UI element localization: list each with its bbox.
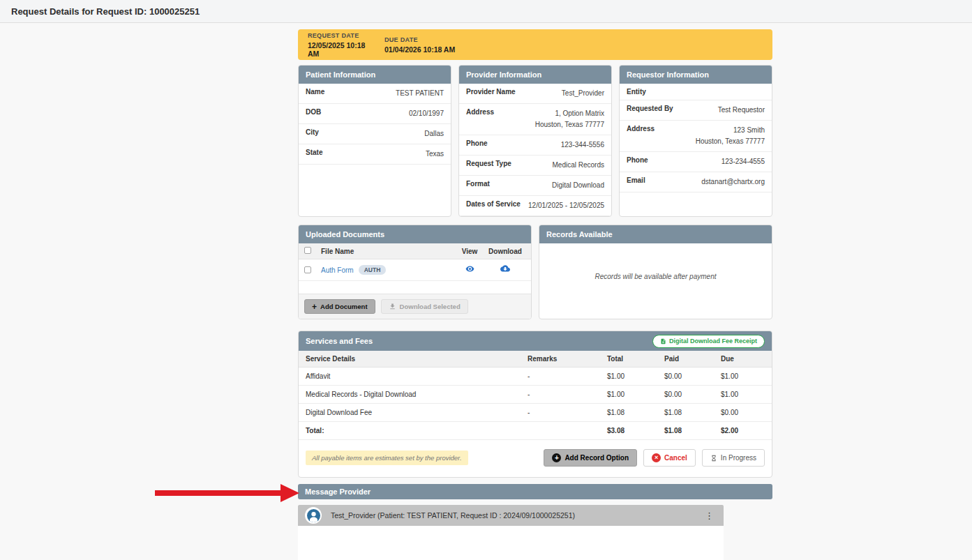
services-and-fees-header: Services and Fees Digital Download Fee R…: [299, 331, 772, 351]
documents-table-header: File Name View Download: [299, 243, 531, 259]
grand-total: $3.08: [607, 427, 664, 434]
grand-due: $2.00: [721, 427, 765, 434]
services-and-fees-card: Services and Fees Digital Download Fee R…: [298, 331, 772, 478]
requestor-row-phone: Phone 123-234-4555: [620, 152, 772, 172]
patient-information-header: Patient Information: [299, 66, 451, 84]
view-document-button[interactable]: [454, 264, 485, 276]
field-label: Address: [627, 125, 655, 147]
service-total: $1.00: [607, 372, 664, 380]
download-document-button[interactable]: [485, 264, 525, 276]
field-label: Address: [466, 108, 494, 130]
red-arrow-shaft: [155, 490, 281, 496]
auth-badge: AUTH: [359, 265, 387, 275]
provider-row-phone: Phone 123-344-5556: [459, 135, 611, 156]
provider-information-header: Provider Information: [459, 66, 611, 84]
provider-row-name: Provider Name Test_Provider: [459, 84, 611, 104]
add-document-button[interactable]: + Add Document: [304, 299, 375, 314]
download-selected-button[interactable]: Download Selected: [381, 299, 468, 314]
message-provider-header: Message Provider: [298, 484, 772, 499]
grand-paid: $1.08: [664, 427, 721, 434]
row-checkbox[interactable]: [304, 264, 321, 276]
service-remarks: -: [528, 391, 607, 398]
requestor-information-header: Requestor Information: [620, 66, 772, 84]
services-total-row: Total: $3.08 $1.08 $2.00: [299, 422, 772, 440]
service-total: $1.00: [607, 391, 664, 398]
checkbox-icon[interactable]: [304, 247, 311, 254]
plus-circle-icon: +: [552, 453, 561, 462]
in-progress-label: In Progress: [721, 454, 756, 462]
field-value: TEST PATIENT: [396, 88, 444, 99]
cancel-label: Cancel: [664, 454, 687, 462]
field-value: Dallas: [424, 128, 444, 139]
in-progress-button[interactable]: In Progress: [702, 449, 765, 467]
service-name: Digital Download Fee: [306, 409, 528, 416]
service-due: $0.00: [721, 409, 765, 416]
file-link[interactable]: Auth Form: [321, 266, 354, 274]
field-label: Name: [306, 88, 324, 99]
empty-row: [299, 281, 531, 294]
person-icon: [307, 509, 320, 522]
due-date-value: 01/04/2026 10:18 AM: [384, 45, 455, 54]
file-name-column-header: File Name: [321, 248, 454, 255]
checkbox-icon[interactable]: [304, 266, 311, 273]
field-value: 123 SmithHouston, Texas 77777: [696, 125, 765, 147]
service-row: Digital Download Fee - $1.08 $1.08 $0.00: [299, 404, 772, 422]
records-available-header: Records Available: [539, 225, 772, 243]
requestor-row-entity: Entity: [620, 84, 772, 100]
uploaded-documents-header: Uploaded Documents: [299, 225, 531, 243]
field-label: Provider Name: [466, 88, 516, 99]
main-content: REQUEST DATE 12/05/2025 10:18 AM DUE DAT…: [298, 29, 772, 560]
add-record-option-button[interactable]: + Add Record Option: [544, 449, 637, 467]
download-column-header: Download: [485, 248, 525, 255]
chat-header-bar: Test_Provider (Patient: TEST PATIENT, Re…: [298, 505, 724, 526]
service-name: Affidavit: [306, 372, 528, 380]
cancel-button[interactable]: × Cancel: [643, 449, 696, 467]
digital-download-fee-receipt-button[interactable]: Digital Download Fee Receipt: [652, 335, 765, 348]
address-line-1: 123 Smith: [733, 126, 765, 134]
download-selected-label: Download Selected: [400, 303, 461, 310]
field-label: Request Type: [466, 160, 511, 171]
field-value: 123-234-4555: [721, 156, 765, 167]
services-actions: + Add Record Option × Cancel In Progress: [544, 449, 765, 467]
kebab-menu-icon[interactable]: ⋮: [702, 510, 717, 521]
remarks-column-header: Remarks: [528, 355, 607, 363]
provider-row-dates-of-service: Dates of Service 12/01/2025 - 12/05/2025: [459, 196, 611, 216]
download-tray-icon: [389, 303, 396, 310]
service-details-column-header: Service Details: [306, 355, 528, 363]
requestor-row-address: Address 123 SmithHouston, Texas 77777: [620, 121, 772, 152]
field-value: Digital Download: [552, 180, 604, 191]
field-label: Email: [627, 176, 645, 188]
provider-row-address: Address 1, Option MatrixHouston, Texas 7…: [459, 104, 611, 135]
field-value: 02/10/1997: [409, 108, 444, 119]
patient-information-card: Patient Information Name TEST PATIENT DO…: [298, 65, 451, 217]
due-column-header: Due: [721, 355, 765, 363]
field-value: Texas: [426, 149, 444, 160]
field-value: Test Requestor: [718, 105, 765, 116]
field-value: 12/01/2025 - 12/05/2025: [528, 200, 604, 211]
service-paid: $0.00: [664, 391, 721, 398]
service-row: Medical Records - Digital Download - $1.…: [299, 386, 772, 404]
service-due: $1.00: [721, 391, 765, 398]
cloud-download-icon: [500, 265, 510, 273]
select-all-checkbox[interactable]: [304, 247, 321, 255]
patient-row-state: State Texas: [299, 144, 451, 165]
field-value: dstanart@chartx.org: [701, 176, 765, 188]
due-date-group: DUE DATE 01/04/2026 10:18 AM: [384, 36, 455, 54]
request-date-label: REQUEST DATE: [308, 32, 375, 39]
address-line-2: Houston, Texas 77777: [696, 137, 765, 145]
document-row: Auth Form AUTH: [299, 259, 531, 281]
services-and-fees-title: Services and Fees: [306, 337, 373, 345]
add-document-label: Add Document: [320, 303, 368, 310]
chat-title: Test_Provider (Patient: TEST PATIENT, Re…: [331, 511, 575, 520]
request-dates-banner: REQUEST DATE 12/05/2025 10:18 AM DUE DAT…: [298, 29, 772, 60]
service-remarks: -: [528, 372, 607, 380]
chat-body[interactable]: [298, 526, 724, 560]
field-label: Phone: [627, 156, 648, 167]
field-value: 1, Option MatrixHouston, Texas 77777: [535, 108, 604, 130]
service-name: Medical Records - Digital Download: [306, 391, 528, 398]
service-remarks: -: [528, 409, 607, 416]
documents-records-row: Uploaded Documents File Name View Downlo…: [298, 225, 772, 319]
patient-row-name: Name TEST PATIENT: [299, 84, 451, 104]
patient-row-dob: DOB 02/10/1997: [299, 104, 451, 124]
field-label: State: [306, 149, 322, 160]
